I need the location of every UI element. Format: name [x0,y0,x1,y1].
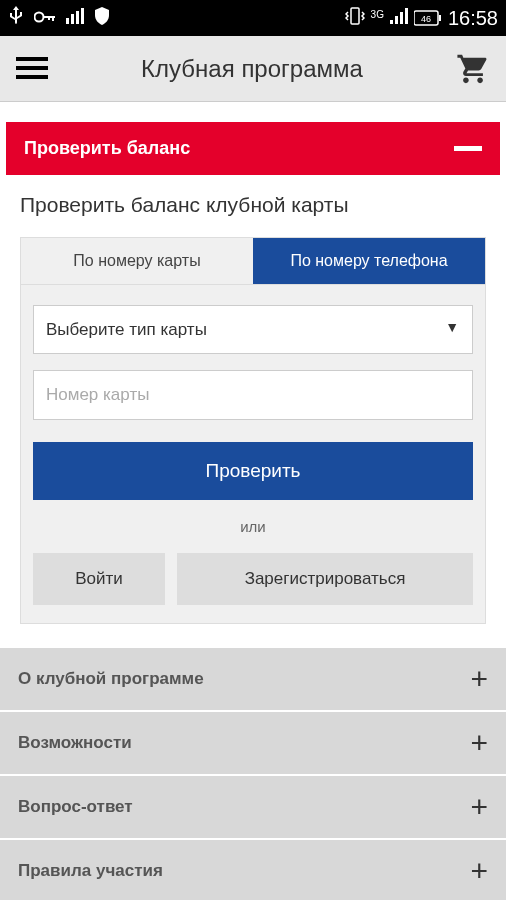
svg-rect-8 [351,8,359,24]
signal-icon [390,8,408,29]
bars-icon [66,8,84,29]
svg-rect-7 [81,8,84,24]
svg-rect-2 [52,16,54,21]
card-number-input[interactable] [33,370,473,420]
svg-rect-14 [439,15,441,21]
svg-rect-9 [390,20,393,24]
shield-icon [94,7,110,30]
check-button[interactable]: Проверить [33,442,473,500]
accordion-list: О клубной программе + Возможности + Вопр… [0,648,506,900]
expand-icon: + [470,728,488,758]
usb-icon [8,6,24,31]
key-icon [34,8,56,29]
collapse-icon [454,146,482,151]
check-balance-accordion[interactable]: Проверить баланс [6,122,500,175]
section-title: Проверить баланс клубной карты [0,175,506,229]
page-title: Клубная программа [48,55,456,83]
tab-by-card[interactable]: По номеру карты [21,238,253,284]
status-time: 16:58 [448,7,498,30]
register-button[interactable]: Зарегистрироваться [177,553,473,605]
tab-by-phone[interactable]: По номеру телефона [253,238,485,284]
svg-rect-3 [48,16,50,20]
svg-rect-4 [66,18,69,24]
accordion-rules[interactable]: Правила участия + [0,840,506,900]
accordion-faq[interactable]: Вопрос-ответ + [0,776,506,840]
svg-rect-10 [395,16,398,24]
svg-rect-6 [76,11,79,24]
expand-icon: + [470,792,488,822]
expand-icon: + [470,664,488,694]
or-divider: или [33,500,473,553]
menu-icon[interactable] [16,57,48,81]
app-header: Клубная программа [0,36,506,102]
expand-icon: + [470,856,488,886]
accordion-label: Правила участия [18,861,163,881]
status-bar: 3G 46 16:58 [0,0,506,36]
card-type-select[interactable]: Выберите тип карты [33,305,473,354]
login-button[interactable]: Войти [33,553,165,605]
svg-rect-12 [405,8,408,24]
accordion-capabilities[interactable]: Возможности + [0,712,506,776]
svg-rect-11 [400,12,403,24]
accordion-label: Возможности [18,733,132,753]
balance-form: Выберите тип карты Проверить или Войти З… [20,285,486,624]
battery-icon: 46 [414,10,442,26]
check-balance-title: Проверить баланс [24,138,190,159]
accordion-label: Вопрос-ответ [18,797,133,817]
svg-text:46: 46 [421,14,431,24]
svg-point-0 [35,12,44,21]
tabs: По номеру карты По номеру телефона [20,237,486,285]
accordion-about[interactable]: О клубной программе + [0,648,506,712]
cart-icon[interactable] [456,52,490,86]
network-3g-icon: 3G [371,9,384,20]
svg-rect-5 [71,14,74,24]
accordion-label: О клубной программе [18,669,204,689]
vibrate-icon [345,7,365,30]
